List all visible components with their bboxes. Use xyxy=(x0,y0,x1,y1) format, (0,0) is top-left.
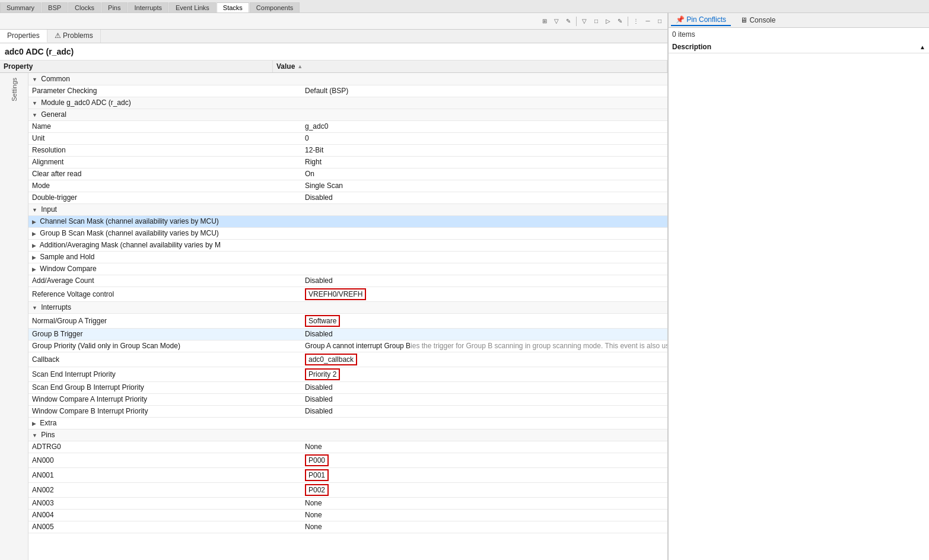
scan-end-priority-value[interactable]: Priority 2 xyxy=(305,368,340,380)
toolbar-btn-5[interactable]: □ xyxy=(591,16,602,27)
table-row[interactable]: AN004 None xyxy=(28,509,667,521)
callback-value[interactable]: adc0_callback xyxy=(305,354,357,365)
row-label: Group B Scan Mask (channel availability … xyxy=(40,229,218,237)
table-row[interactable]: AN003 None xyxy=(28,497,667,509)
collapse-icon[interactable]: ▶ xyxy=(32,231,36,237)
an002-value[interactable]: P002 xyxy=(305,484,329,496)
normal-group-a-trigger-value[interactable]: Software xyxy=(305,315,340,327)
table-row[interactable]: Reference Voltage control VREFH0/VREFH xyxy=(28,287,667,301)
table-row[interactable]: Group Priority (Valid only in Group Scan… xyxy=(28,340,667,352)
tab-clocks[interactable]: Clocks xyxy=(68,2,101,12)
table-row[interactable]: Double-trigger Disabled xyxy=(28,192,667,203)
row-value: Disabled xyxy=(301,328,667,340)
toolbar-btn-2[interactable]: ▽ xyxy=(551,16,562,27)
table-row[interactable]: ▶ Sample and Hold xyxy=(28,251,667,263)
toolbar-btn-4[interactable]: ▽ xyxy=(579,16,590,27)
collapse-icon[interactable]: ▼ xyxy=(32,207,37,213)
toolbar-btn-minimize[interactable]: ─ xyxy=(642,16,653,27)
tab-interrupts[interactable]: Interrupts xyxy=(128,2,168,12)
panel-tabs: Properties ⚠ Problems xyxy=(0,30,667,43)
table-row[interactable]: ▼ General xyxy=(28,109,667,120)
table-row[interactable]: Normal/Group A Trigger Software xyxy=(28,313,667,328)
tab-problems[interactable]: ⚠ Problems xyxy=(47,30,101,43)
table-row[interactable]: Mode Single Scan xyxy=(28,180,667,192)
table-row[interactable]: ▼ Module g_adc0 ADC (r_adc) xyxy=(28,97,667,109)
toolbar-separator-1 xyxy=(576,17,577,26)
table-row[interactable]: Resolution 12-Bit xyxy=(28,144,667,156)
props-area: Settings ▼ Common xyxy=(0,73,667,560)
console-icon: 🖥 xyxy=(740,16,749,24)
toolbar-btn-8[interactable]: ⋮ xyxy=(631,16,641,27)
tab-properties[interactable]: Properties xyxy=(0,30,47,43)
sort-desc-icon[interactable]: ▲ xyxy=(920,44,925,50)
an001-value[interactable]: P001 xyxy=(305,469,329,481)
ref-voltage-value[interactable]: VREFH0/VREFH xyxy=(305,288,366,300)
row-label: Alignment xyxy=(32,158,63,166)
toolbar-btn-6[interactable]: ▷ xyxy=(603,16,613,27)
table-row[interactable]: Group B Trigger Disabled xyxy=(28,328,667,340)
row-value: Default (BSP) xyxy=(301,85,667,97)
table-row[interactable]: Clear after read On xyxy=(28,168,667,180)
table-row[interactable]: ADTRG0 None xyxy=(28,441,667,453)
tab-bsp[interactable]: BSP xyxy=(42,2,68,12)
table-row[interactable]: Window Compare A Interrupt Priority Disa… xyxy=(28,393,667,405)
table-row[interactable]: ▶ Channel Scan Mask (channel availabilit… xyxy=(28,215,667,227)
col-headers: Property Value ▲ xyxy=(0,61,667,73)
table-row[interactable]: Window Compare B Interrupt Priority Disa… xyxy=(28,405,667,417)
table-row[interactable]: AN005 None xyxy=(28,521,667,533)
table-row[interactable]: AN000 P000 xyxy=(28,453,667,467)
collapse-icon[interactable]: ▶ xyxy=(32,219,36,225)
table-row[interactable]: ▼ Common xyxy=(28,73,667,85)
collapse-icon[interactable]: ▼ xyxy=(32,432,37,438)
tab-pin-conflicts[interactable]: 📌 Pin Conflicts xyxy=(671,14,731,26)
collapse-icon[interactable]: ▼ xyxy=(32,77,37,82)
col-header-value: Value ▲ xyxy=(273,61,667,72)
tab-console[interactable]: 🖥 Console xyxy=(736,15,780,26)
toolbar-btn-maximize[interactable]: □ xyxy=(654,16,665,27)
table-row[interactable]: AN001 P001 xyxy=(28,467,667,482)
collapse-icon[interactable]: ▶ xyxy=(32,266,36,272)
table-row[interactable]: Add/Average Count Disabled xyxy=(28,275,667,287)
toolbar-btn-7[interactable]: ✎ xyxy=(615,16,625,27)
table-row[interactable]: ▶ Extra xyxy=(28,417,667,429)
table-row[interactable]: Name g_adc0 xyxy=(28,120,667,132)
row-label: AN000 xyxy=(32,456,54,464)
table-row[interactable]: ▼ Interrupts xyxy=(28,301,667,313)
toolbar: ⊞ ▽ ✎ ▽ □ ▷ ✎ ⋮ ─ □ xyxy=(0,13,667,30)
table-row[interactable]: Scan End Group B Interrupt Priority Disa… xyxy=(28,381,667,393)
collapse-icon[interactable]: ▶ xyxy=(32,243,36,249)
row-value: 0 xyxy=(301,132,667,144)
table-row[interactable]: Callback adc0_callback xyxy=(28,352,667,367)
right-col-header: Description ▲ xyxy=(669,41,929,53)
table-row[interactable]: ▼ Pins xyxy=(28,429,667,441)
collapse-icon[interactable]: ▼ xyxy=(32,305,37,311)
row-value xyxy=(301,239,667,251)
table-row[interactable]: ▶ Window Compare xyxy=(28,263,667,275)
table-row[interactable]: Alignment Right xyxy=(28,156,667,168)
tab-pins[interactable]: Pins xyxy=(101,2,127,12)
table-row[interactable]: ▶ Addition/Averaging Mask (channel avail… xyxy=(28,239,667,251)
props-table-container[interactable]: ▼ Common Parameter Checking Default (BSP… xyxy=(28,73,667,560)
collapse-icon[interactable]: ▶ xyxy=(32,421,36,427)
row-label: AN004 xyxy=(32,511,54,519)
table-row[interactable]: ▼ Input xyxy=(28,203,667,215)
an000-value[interactable]: P000 xyxy=(305,454,329,466)
table-row[interactable]: AN002 P002 xyxy=(28,482,667,497)
collapse-icon[interactable]: ▼ xyxy=(32,112,37,118)
row-label: Module g_adc0 ADC (r_adc) xyxy=(41,98,131,107)
tab-components[interactable]: Components xyxy=(250,2,300,12)
tab-summary[interactable]: Summary xyxy=(0,2,41,12)
table-row[interactable]: Unit 0 xyxy=(28,132,667,144)
row-value: 12-Bit xyxy=(301,144,667,156)
toolbar-btn-1[interactable]: ⊞ xyxy=(539,16,550,27)
tab-stacks[interactable]: Stacks xyxy=(217,2,249,12)
tab-eventlinks[interactable]: Event Links xyxy=(169,2,216,12)
table-row[interactable]: Parameter Checking Default (BSP) xyxy=(28,85,667,97)
collapse-icon[interactable]: ▼ xyxy=(32,100,37,106)
toolbar-separator-2 xyxy=(628,17,628,26)
table-row[interactable]: ▶ Group B Scan Mask (channel availabilit… xyxy=(28,227,667,239)
collapse-icon[interactable]: ▶ xyxy=(32,254,36,260)
toolbar-btn-3[interactable]: ✎ xyxy=(563,16,574,27)
row-label: AN002 xyxy=(32,486,54,494)
table-row[interactable]: Scan End Interrupt Priority Priority 2 xyxy=(28,367,667,381)
